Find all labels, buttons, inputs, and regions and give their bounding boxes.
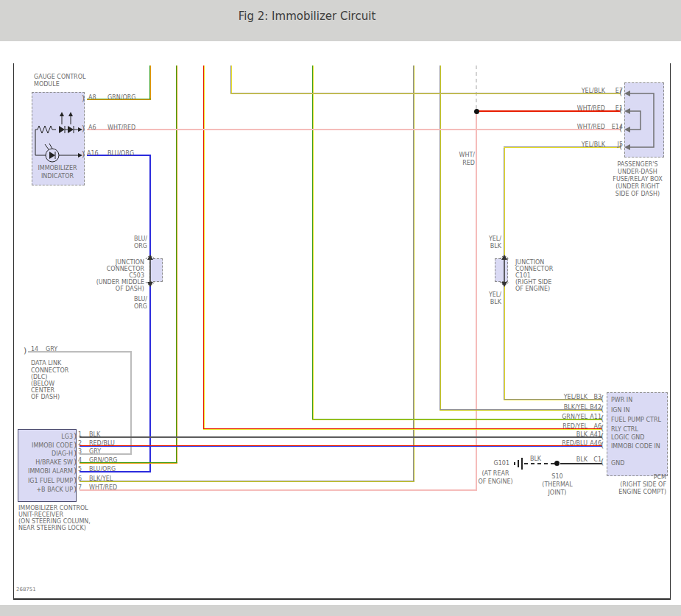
dlc-caption-3: (DLC) [31, 374, 47, 380]
dlc-caption-5: CENTER [31, 387, 54, 394]
immob-label-5: IMMOBI ALARM [21, 468, 73, 475]
immob-label-3: DIAG-H [21, 450, 73, 457]
pcm-wire-c1: BLK [563, 456, 588, 463]
c101-wire-above-2: BLK [472, 243, 501, 249]
pcm-pin-a46: A46 [589, 440, 601, 447]
immob-wire-2: RED/BLU [89, 440, 115, 447]
fuse-wire-e14: WHT/RED [546, 124, 605, 130]
immob-label-1: LG3 [21, 433, 73, 440]
fuse-box-internal-links [618, 81, 670, 158]
pcm-caption-2: (RIGHT SIDE OF [593, 481, 666, 488]
gauge-module-name-1: GAUGE CONTROL [34, 74, 85, 80]
c101-label-4: (RIGHT SIDE [515, 279, 551, 286]
wire-pin3-gry [80, 453, 132, 455]
wire-a8-riser [149, 66, 151, 99]
immob-num-6: 6 [78, 475, 82, 482]
pcm-int-rly-ctrl: RLY CTRL [611, 426, 638, 433]
fuse-caption-3: FUSE/RELAY BOX [604, 176, 671, 183]
immob-num-2: 2 [78, 440, 82, 447]
immob-caption-4: NEAR STEERING LOCK) [18, 525, 86, 531]
splice-caption-2: JOINT) [536, 489, 579, 496]
c101-label-3: C101 [515, 272, 531, 279]
gauge-wire-a8: GRN/ORG [107, 94, 136, 101]
c503-wire-above-2: ORG [118, 243, 147, 249]
immob-num-1: 1 [78, 431, 82, 438]
fuse-wire-j5: YEL/BLK [546, 141, 605, 148]
pcm-wire-a46: RED/BLU [529, 440, 588, 447]
immob-wire-4: GRN/ORG [89, 457, 118, 464]
wire-grn-yel-vertical [312, 66, 314, 419]
immob-wire-7: WHT/RED [89, 484, 117, 491]
immob-caption-1: IMMOBILIZER CONTROL [18, 505, 88, 511]
dlc-pin: 14 [31, 346, 38, 353]
c503-label-3: C503 [88, 272, 144, 279]
gauge-pin-a6: A6 [88, 124, 96, 131]
pcm-pin-a6: A6 [589, 423, 601, 430]
pcm-pin-a41: A41 [589, 431, 601, 438]
gauge-pin-a8: A8 [88, 94, 96, 101]
c503-wire-below-2: ORG [118, 303, 147, 310]
immob-bracket-3: ) [74, 449, 77, 457]
pcm-int-gnd: GND [611, 460, 624, 467]
dlc-caption-4: (BELOW [31, 380, 54, 387]
mid-wire-label-2: RED [445, 160, 475, 166]
junction-c101-arrow-icon [499, 253, 509, 288]
ground-name: G101 [489, 460, 509, 467]
frame-left [13, 63, 14, 599]
wire-blk-yel-vertical-2 [440, 66, 441, 410]
wire-pin1-blk [80, 436, 602, 438]
c503-label-2: CONNECTOR [88, 266, 144, 272]
immob-label-2: IMMOBI CODE [21, 442, 73, 449]
c101-wire-above-1: YEL/ [472, 236, 501, 242]
splice-caption-1: (THERMAL [536, 481, 579, 488]
immob-label-4: H/BRAKE SW [21, 459, 73, 466]
immob-bracket-6: ) [74, 476, 77, 484]
immob-label-6: IG1 FUEL PUMP [21, 478, 73, 484]
pcm-int-logic-gnd: LOGIC GND [611, 434, 645, 441]
c503-wire-above-1: BLU/ [118, 236, 147, 242]
c101-label-5: OF ENGINE) [515, 286, 550, 292]
c503-label-4: (UNDER MIDDLE [88, 279, 144, 286]
fuse-caption-4: (UNDER RIGHT [604, 183, 671, 190]
pcm-int-pwr-in: PWR IN [611, 397, 632, 403]
junction-c503-arrow-icon [145, 253, 155, 288]
gauge-wire-a16: BLU/ORG [107, 150, 134, 157]
pcm-int-immobi-in: IMMOBI CODE IN [611, 443, 660, 450]
wire-continuation-dashed [476, 66, 477, 110]
c503-label-1: JUNCTION [88, 259, 144, 266]
fuse-caption-1: PASSENGER'S [604, 161, 671, 168]
immob-wire-6: BLK/YEL [89, 475, 113, 482]
pcm-pin-b42: B42 [589, 404, 601, 411]
immob-caption-2: UNIT-RECEIVER [18, 511, 63, 518]
fuse-pin-j5: J5 [610, 141, 623, 148]
wiring-diagram-page: Fig 2: Immobilizer Circuit GAUGE CONTROL… [0, 0, 681, 616]
dlc-caption-2: CONNECTOR [31, 367, 68, 374]
fuse-caption-2: UNDER-DASH [604, 169, 671, 175]
immob-caption-3: (ON STEERING COLUMN, [18, 518, 91, 525]
immob-num-5: 5 [78, 466, 82, 472]
pcm-pin-b3: B3 [589, 394, 601, 400]
page-title: Fig 2: Immobilizer Circuit [0, 10, 614, 23]
pcm-caption-3: ENGINE COMPT) [593, 489, 666, 495]
pcm-wire-a41: BLK [529, 431, 588, 438]
c101-label-2: CONNECTOR [515, 266, 553, 272]
wire-g101-blk-dashed [524, 463, 557, 464]
wire-yel-blk-riser [230, 66, 232, 93]
immob-num-3: 3 [78, 448, 82, 455]
immob-wire-5: BLU/ORG [89, 466, 116, 472]
immob-wire-1: BLK [89, 431, 100, 438]
fuse-wire-e1: WHT/RED [546, 105, 605, 112]
gauge-pin-bracket-a8: ) [82, 94, 85, 102]
immob-num-7: 7 [78, 484, 82, 491]
pcm-caption-1: PCM [593, 474, 666, 481]
dlc-caption-6: OF DASH) [31, 394, 60, 400]
pcm-pin-c1: C1 [589, 456, 601, 463]
wire-pin6-blk-yel [80, 481, 414, 482]
pcm-wire-b3: YEL/BLK [529, 394, 588, 400]
pcm-int-fuel-pump: FUEL PUMP CTRL [611, 417, 661, 423]
wire-c1-blk [560, 463, 602, 464]
immob-label-7: +B BACK UP [21, 486, 73, 493]
pcm-pin-a11: A11 [589, 414, 601, 420]
immob-bracket-5: ) [74, 467, 77, 475]
immob-bracket-1: ) [74, 432, 77, 440]
